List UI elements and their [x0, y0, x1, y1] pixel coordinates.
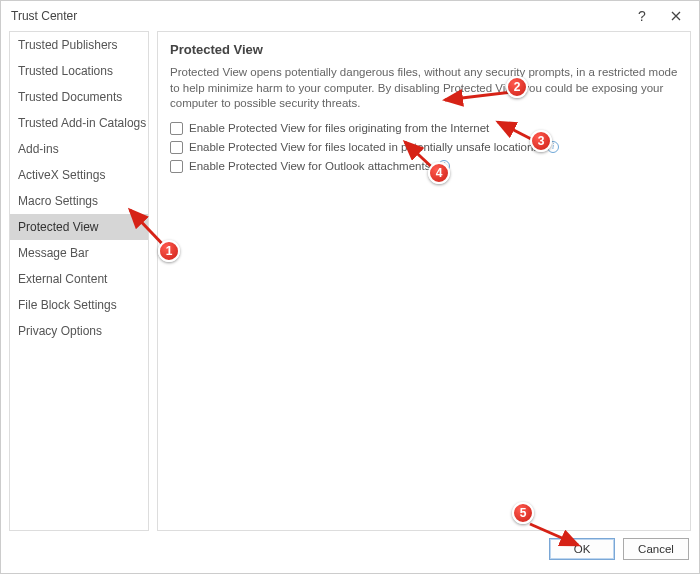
sidebar-item-label: ActiveX Settings — [18, 168, 105, 182]
sidebar: Trusted Publishers Trusted Locations Tru… — [9, 31, 149, 531]
dialog-footer: OK Cancel — [1, 531, 699, 573]
checkbox-icon[interactable] — [170, 122, 183, 135]
close-button[interactable] — [659, 2, 693, 30]
sidebar-item-file-block-settings[interactable]: File Block Settings — [10, 292, 148, 318]
sidebar-item-macro-settings[interactable]: Macro Settings — [10, 188, 148, 214]
section-description: Protected View opens potentially dangero… — [170, 65, 678, 112]
sidebar-item-trusted-documents[interactable]: Trusted Documents — [10, 84, 148, 110]
dialog-body: Trusted Publishers Trusted Locations Tru… — [1, 31, 699, 531]
sidebar-item-label: File Block Settings — [18, 298, 117, 312]
help-button[interactable]: ? — [625, 2, 659, 30]
sidebar-item-label: Macro Settings — [18, 194, 98, 208]
sidebar-item-label: Trusted Publishers — [18, 38, 118, 52]
check-label: Enable Protected View for Outlook attach… — [189, 160, 430, 172]
sidebar-item-trusted-locations[interactable]: Trusted Locations — [10, 58, 148, 84]
info-icon[interactable]: i — [438, 160, 450, 172]
close-icon — [671, 11, 681, 21]
titlebar: Trust Center ? — [1, 1, 699, 31]
section-title: Protected View — [170, 42, 678, 57]
ok-button[interactable]: OK — [549, 538, 615, 560]
sidebar-item-activex-settings[interactable]: ActiveX Settings — [10, 162, 148, 188]
check-outlook-attachments[interactable]: Enable Protected View for Outlook attach… — [170, 160, 678, 173]
sidebar-item-label: Protected View — [18, 220, 99, 234]
trust-center-window: Trust Center ? Trusted Publishers Truste… — [0, 0, 700, 574]
sidebar-item-message-bar[interactable]: Message Bar — [10, 240, 148, 266]
content-panel: Protected View Protected View opens pote… — [157, 31, 691, 531]
cancel-button[interactable]: Cancel — [623, 538, 689, 560]
check-label: Enable Protected View for files located … — [189, 141, 539, 153]
sidebar-item-label: Message Bar — [18, 246, 89, 260]
checkbox-icon[interactable] — [170, 141, 183, 154]
sidebar-item-protected-view[interactable]: Protected View — [10, 214, 148, 240]
sidebar-item-external-content[interactable]: External Content — [10, 266, 148, 292]
sidebar-item-add-ins[interactable]: Add-ins — [10, 136, 148, 162]
sidebar-item-label: External Content — [18, 272, 107, 286]
window-title: Trust Center — [11, 9, 625, 23]
sidebar-item-label: Trusted Add-in Catalogs — [18, 116, 146, 130]
button-label: OK — [574, 543, 591, 555]
sidebar-item-privacy-options[interactable]: Privacy Options — [10, 318, 148, 344]
check-label: Enable Protected View for files originat… — [189, 122, 489, 134]
sidebar-item-label: Privacy Options — [18, 324, 102, 338]
sidebar-item-label: Add-ins — [18, 142, 59, 156]
info-icon[interactable]: i — [547, 141, 559, 153]
check-internet-files[interactable]: Enable Protected View for files originat… — [170, 122, 678, 135]
checkbox-icon[interactable] — [170, 160, 183, 173]
sidebar-item-trusted-publishers[interactable]: Trusted Publishers — [10, 32, 148, 58]
sidebar-item-label: Trusted Documents — [18, 90, 122, 104]
button-label: Cancel — [638, 543, 674, 555]
sidebar-item-label: Trusted Locations — [18, 64, 113, 78]
check-unsafe-locations[interactable]: Enable Protected View for files located … — [170, 141, 678, 154]
sidebar-item-trusted-addin-catalogs[interactable]: Trusted Add-in Catalogs — [10, 110, 148, 136]
